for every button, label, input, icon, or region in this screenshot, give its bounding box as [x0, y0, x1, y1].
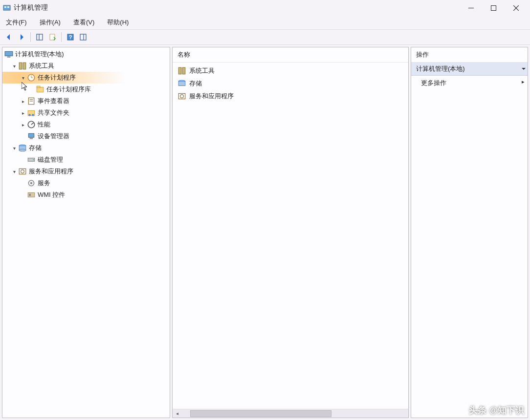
tree-root[interactable]: 计算机管理(本地)	[2, 48, 170, 60]
actions-group-title[interactable]: 计算机管理(本地)	[411, 63, 528, 76]
expander-icon[interactable]: ▾	[11, 63, 17, 69]
minimize-button[interactable]	[460, 0, 482, 16]
tree-root-label: 计算机管理(本地)	[14, 50, 64, 59]
svg-rect-15	[7, 57, 11, 58]
tree-shared-folders-label: 共享文件夹	[37, 108, 69, 117]
tree-disk-management[interactable]: 磁盘管理	[2, 154, 170, 166]
back-button[interactable]	[3, 31, 15, 43]
list-item-label: 存储	[189, 79, 202, 88]
tree-task-scheduler-library-label: 任务计划程序库	[45, 85, 91, 94]
show-hide-tree-button[interactable]	[34, 31, 45, 43]
menubar: 文件(F) 操作(A) 查看(V) 帮助(H)	[0, 16, 530, 29]
svg-rect-45	[182, 67, 185, 74]
computer-management-icon	[4, 50, 13, 59]
expander-icon[interactable]: ▸	[20, 122, 26, 127]
svg-rect-16	[19, 63, 22, 69]
library-icon	[36, 85, 44, 94]
titlebar: 计算机管理	[0, 0, 530, 16]
clock-icon	[27, 73, 36, 82]
window-title: 计算机管理	[14, 3, 48, 12]
help-button[interactable]: ?	[65, 31, 76, 43]
expander-icon[interactable]: ▾	[11, 169, 17, 174]
menu-file[interactable]: 文件(F)	[3, 17, 30, 28]
tree-services-apps[interactable]: ▾ 服务和应用程序	[2, 166, 170, 177]
tree-event-viewer[interactable]: ▸ 事件查看器	[2, 95, 170, 107]
svg-text:?: ?	[69, 34, 72, 40]
tree-task-scheduler-label: 任务计划程序	[37, 73, 76, 82]
svg-rect-44	[178, 67, 181, 74]
storage-icon	[18, 144, 27, 152]
tree-device-manager-label: 设备管理器	[37, 132, 69, 141]
list-item-system-tools[interactable]: 系统工具	[176, 64, 405, 77]
storage-icon	[177, 79, 186, 88]
scroll-left-arrow[interactable]: ◂	[173, 411, 181, 416]
list-header-name[interactable]: 名称	[173, 47, 408, 63]
expander-icon[interactable]: ▸	[20, 110, 26, 116]
tree: 计算机管理(本地) ▾ 系统工具 ▾ 任务计划程序	[2, 47, 170, 202]
expander-icon[interactable]: ▾	[20, 75, 26, 81]
tree-services-label: 服务	[37, 179, 50, 188]
list-pane: 名称 系统工具 存储 服务和应用程序 ◂	[172, 47, 409, 418]
svg-rect-4	[491, 5, 496, 10]
show-action-pane-button[interactable]	[77, 31, 89, 43]
actions-header: 操作	[411, 47, 528, 63]
menu-help[interactable]: 帮助(H)	[104, 17, 132, 28]
tree-performance[interactable]: ▸ 性能	[2, 119, 170, 130]
svg-point-41	[30, 182, 33, 185]
list-item-label: 系统工具	[189, 66, 215, 75]
svg-line-30	[31, 123, 34, 125]
expander-icon[interactable]: ▸	[20, 99, 26, 104]
workspace: 计算机管理(本地) ▾ 系统工具 ▾ 任务计划程序	[0, 45, 530, 420]
tree-task-scheduler-library[interactable]: 任务计划程序库	[2, 84, 170, 95]
tree-event-viewer-label: 事件查看器	[37, 97, 69, 105]
close-button[interactable]	[505, 0, 527, 16]
list-item-label: 服务和应用程序	[189, 92, 234, 101]
toolbar-separator	[61, 32, 62, 42]
tree-system-tools[interactable]: ▾ 系统工具	[2, 60, 170, 72]
svg-rect-7	[37, 34, 43, 40]
tree-wmi-control[interactable]: WMI 控件	[2, 189, 170, 201]
tree-services[interactable]: 服务	[2, 177, 170, 189]
svg-rect-43	[29, 194, 31, 196]
svg-rect-1	[4, 6, 6, 8]
svg-rect-31	[28, 133, 34, 137]
properties-button[interactable]	[46, 31, 58, 43]
menu-view[interactable]: 查看(V)	[70, 17, 97, 28]
svg-rect-17	[23, 63, 26, 69]
svg-point-27	[28, 114, 31, 116]
wmi-icon	[27, 190, 36, 199]
menu-action[interactable]: 操作(A)	[37, 17, 64, 28]
gear-icon	[27, 179, 36, 188]
system-tools-icon	[18, 62, 27, 70]
svg-rect-22	[37, 86, 40, 87]
svg-rect-12	[80, 34, 86, 40]
scrollbar-thumb[interactable]	[190, 410, 331, 417]
expander-icon[interactable]: ▾	[11, 146, 17, 151]
tree-system-tools-label: 系统工具	[28, 62, 54, 70]
svg-point-37	[33, 159, 34, 160]
tree-wmi-control-label: WMI 控件	[37, 190, 65, 199]
tree-shared-folders[interactable]: ▸ 共享文件夹	[2, 107, 170, 119]
svg-point-35	[19, 149, 26, 151]
tree-task-scheduler[interactable]: ▾ 任务计划程序	[2, 72, 170, 84]
tree-device-manager[interactable]: 设备管理器	[2, 130, 170, 142]
services-apps-icon	[18, 167, 27, 176]
performance-icon	[27, 120, 36, 129]
tree-performance-label: 性能	[37, 120, 50, 129]
tree-storage[interactable]: ▾ 存储	[2, 142, 170, 154]
svg-rect-42	[28, 193, 35, 197]
actions-more[interactable]: 更多操作	[411, 76, 528, 90]
tree-pane: 计算机管理(本地) ▾ 系统工具 ▾ 任务计划程序	[2, 47, 170, 418]
disk-management-icon	[27, 155, 36, 164]
horizontal-scrollbar[interactable]: ◂	[173, 409, 408, 418]
tree-services-apps-label: 服务和应用程序	[28, 167, 73, 176]
svg-point-28	[32, 114, 34, 116]
svg-rect-2	[7, 6, 9, 8]
list: 系统工具 存储 服务和应用程序	[173, 63, 408, 105]
system-tools-icon	[177, 66, 186, 75]
maximize-button[interactable]	[482, 0, 505, 16]
list-item-services-apps[interactable]: 服务和应用程序	[176, 90, 405, 103]
forward-button[interactable]	[16, 31, 27, 43]
list-item-storage[interactable]: 存储	[176, 77, 405, 90]
toolbar: ?	[0, 29, 530, 45]
